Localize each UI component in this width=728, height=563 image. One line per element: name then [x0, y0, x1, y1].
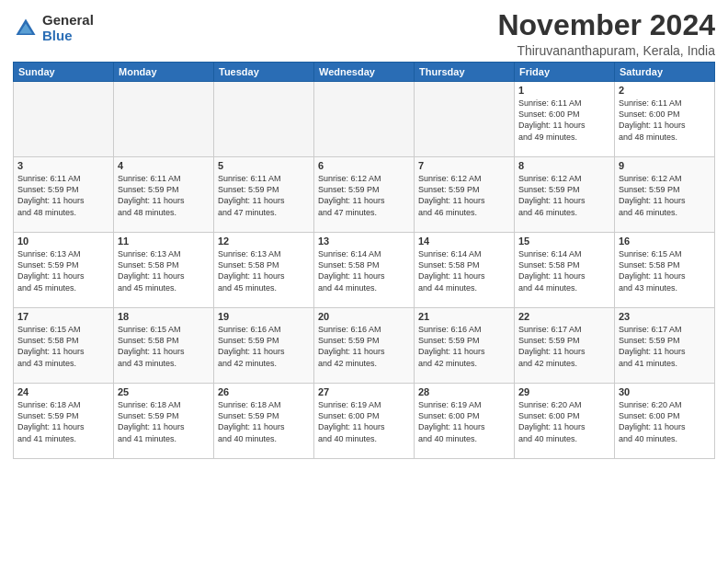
day-number: 11 [118, 236, 210, 247]
day-number: 25 [118, 386, 210, 397]
day-cell: 27Sunrise: 6:19 AM Sunset: 6:00 PM Dayli… [314, 384, 415, 459]
day-number: 22 [518, 311, 610, 322]
day-cell [214, 82, 314, 157]
header-thursday: Thursday [415, 63, 515, 82]
day-info: Sunrise: 6:19 AM Sunset: 6:00 PM Dayligh… [418, 399, 510, 444]
day-number: 4 [118, 160, 210, 171]
header-row-days: SundayMondayTuesdayWednesdayThursdayFrid… [14, 63, 715, 82]
day-cell: 19Sunrise: 6:16 AM Sunset: 5:59 PM Dayli… [214, 308, 314, 384]
day-info: Sunrise: 6:14 AM Sunset: 5:58 PM Dayligh… [318, 248, 410, 293]
header-sunday: Sunday [14, 63, 114, 82]
day-info: Sunrise: 6:17 AM Sunset: 5:59 PM Dayligh… [619, 324, 711, 369]
day-number: 9 [619, 160, 711, 171]
day-info: Sunrise: 6:11 AM Sunset: 5:59 PM Dayligh… [218, 173, 310, 218]
calendar-header: SundayMondayTuesdayWednesdayThursdayFrid… [14, 63, 715, 82]
day-number: 15 [518, 236, 610, 247]
day-info: Sunrise: 6:18 AM Sunset: 5:59 PM Dayligh… [218, 399, 310, 444]
day-cell [114, 82, 214, 157]
day-number: 8 [518, 160, 610, 171]
day-cell: 4Sunrise: 6:11 AM Sunset: 5:59 PM Daylig… [114, 157, 214, 233]
day-cell: 16Sunrise: 6:15 AM Sunset: 5:58 PM Dayli… [615, 233, 715, 308]
day-info: Sunrise: 6:12 AM Sunset: 5:59 PM Dayligh… [518, 173, 610, 218]
day-number: 21 [418, 311, 510, 322]
day-cell: 11Sunrise: 6:13 AM Sunset: 5:58 PM Dayli… [114, 233, 214, 308]
day-number: 14 [418, 236, 510, 247]
day-cell: 25Sunrise: 6:18 AM Sunset: 5:59 PM Dayli… [114, 384, 214, 459]
day-info: Sunrise: 6:18 AM Sunset: 5:59 PM Dayligh… [118, 399, 210, 444]
day-cell: 20Sunrise: 6:16 AM Sunset: 5:59 PM Dayli… [314, 308, 415, 384]
calendar-table: SundayMondayTuesdayWednesdayThursdayFrid… [13, 62, 715, 459]
day-number: 10 [17, 236, 109, 247]
week-row-2: 10Sunrise: 6:13 AM Sunset: 5:59 PM Dayli… [14, 233, 715, 308]
day-cell [14, 82, 114, 157]
day-cell: 13Sunrise: 6:14 AM Sunset: 5:58 PM Dayli… [314, 233, 415, 308]
day-cell: 5Sunrise: 6:11 AM Sunset: 5:59 PM Daylig… [214, 157, 314, 233]
day-number: 24 [17, 386, 109, 397]
day-info: Sunrise: 6:13 AM Sunset: 5:58 PM Dayligh… [118, 248, 210, 293]
day-info: Sunrise: 6:13 AM Sunset: 5:59 PM Dayligh… [17, 248, 109, 293]
subtitle: Thiruvananthapuram, Kerala, India [497, 43, 715, 58]
day-cell: 17Sunrise: 6:15 AM Sunset: 5:58 PM Dayli… [14, 308, 114, 384]
day-cell: 14Sunrise: 6:14 AM Sunset: 5:58 PM Dayli… [415, 233, 515, 308]
day-cell: 29Sunrise: 6:20 AM Sunset: 6:00 PM Dayli… [515, 384, 615, 459]
day-cell: 9Sunrise: 6:12 AM Sunset: 5:59 PM Daylig… [615, 157, 715, 233]
day-cell: 24Sunrise: 6:18 AM Sunset: 5:59 PM Dayli… [14, 384, 114, 459]
day-info: Sunrise: 6:13 AM Sunset: 5:58 PM Dayligh… [218, 248, 310, 293]
day-number: 5 [218, 160, 310, 171]
day-info: Sunrise: 6:14 AM Sunset: 5:58 PM Dayligh… [418, 248, 510, 293]
day-number: 28 [418, 386, 510, 397]
day-cell: 21Sunrise: 6:16 AM Sunset: 5:59 PM Dayli… [415, 308, 515, 384]
header-row: General Blue November 2024 Thiruvanantha… [13, 9, 715, 58]
day-cell: 2Sunrise: 6:11 AM Sunset: 6:00 PM Daylig… [615, 82, 715, 157]
logo-general-text: General [42, 13, 94, 29]
header-saturday: Saturday [615, 63, 715, 82]
header-friday: Friday [515, 63, 615, 82]
day-info: Sunrise: 6:11 AM Sunset: 5:59 PM Dayligh… [118, 173, 210, 218]
month-title: November 2024 [497, 9, 715, 41]
day-number: 30 [619, 386, 711, 397]
day-info: Sunrise: 6:12 AM Sunset: 5:59 PM Dayligh… [619, 173, 711, 218]
day-cell: 10Sunrise: 6:13 AM Sunset: 5:59 PM Dayli… [14, 233, 114, 308]
header-monday: Monday [114, 63, 214, 82]
day-info: Sunrise: 6:14 AM Sunset: 5:58 PM Dayligh… [518, 248, 610, 293]
day-number: 26 [218, 386, 310, 397]
day-info: Sunrise: 6:12 AM Sunset: 5:59 PM Dayligh… [418, 173, 510, 218]
day-info: Sunrise: 6:11 AM Sunset: 5:59 PM Dayligh… [17, 173, 109, 218]
day-cell: 1Sunrise: 6:11 AM Sunset: 6:00 PM Daylig… [515, 82, 615, 157]
day-cell: 22Sunrise: 6:17 AM Sunset: 5:59 PM Dayli… [515, 308, 615, 384]
header-tuesday: Tuesday [214, 63, 314, 82]
week-row-3: 17Sunrise: 6:15 AM Sunset: 5:58 PM Dayli… [14, 308, 715, 384]
title-block: November 2024 Thiruvananthapuram, Kerala… [497, 9, 715, 58]
day-number: 13 [318, 236, 410, 247]
day-cell: 26Sunrise: 6:18 AM Sunset: 5:59 PM Dayli… [214, 384, 314, 459]
day-cell: 23Sunrise: 6:17 AM Sunset: 5:59 PM Dayli… [615, 308, 715, 384]
day-number: 2 [619, 85, 711, 96]
page: General Blue November 2024 Thiruvanantha… [0, 0, 728, 465]
day-info: Sunrise: 6:15 AM Sunset: 5:58 PM Dayligh… [619, 248, 711, 293]
week-row-1: 3Sunrise: 6:11 AM Sunset: 5:59 PM Daylig… [14, 157, 715, 233]
day-number: 20 [318, 311, 410, 322]
logo: General Blue [13, 13, 94, 43]
week-row-0: 1Sunrise: 6:11 AM Sunset: 6:00 PM Daylig… [14, 82, 715, 157]
day-number: 6 [318, 160, 410, 171]
day-number: 27 [318, 386, 410, 397]
day-info: Sunrise: 6:20 AM Sunset: 6:00 PM Dayligh… [619, 399, 711, 444]
day-number: 3 [17, 160, 109, 171]
day-cell: 30Sunrise: 6:20 AM Sunset: 6:00 PM Dayli… [615, 384, 715, 459]
day-info: Sunrise: 6:16 AM Sunset: 5:59 PM Dayligh… [418, 324, 510, 369]
week-row-4: 24Sunrise: 6:18 AM Sunset: 5:59 PM Dayli… [14, 384, 715, 459]
day-cell: 15Sunrise: 6:14 AM Sunset: 5:58 PM Dayli… [515, 233, 615, 308]
day-info: Sunrise: 6:12 AM Sunset: 5:59 PM Dayligh… [318, 173, 410, 218]
day-info: Sunrise: 6:18 AM Sunset: 5:59 PM Dayligh… [17, 399, 109, 444]
day-info: Sunrise: 6:17 AM Sunset: 5:59 PM Dayligh… [518, 324, 610, 369]
header-wednesday: Wednesday [314, 63, 415, 82]
day-info: Sunrise: 6:15 AM Sunset: 5:58 PM Dayligh… [17, 324, 109, 369]
day-info: Sunrise: 6:16 AM Sunset: 5:59 PM Dayligh… [318, 324, 410, 369]
day-cell: 7Sunrise: 6:12 AM Sunset: 5:59 PM Daylig… [415, 157, 515, 233]
day-number: 1 [518, 85, 610, 96]
logo-blue-text: Blue [42, 29, 94, 44]
day-info: Sunrise: 6:19 AM Sunset: 6:00 PM Dayligh… [318, 399, 410, 444]
day-number: 23 [619, 311, 711, 322]
logo-icon [13, 16, 39, 41]
day-number: 19 [218, 311, 310, 322]
